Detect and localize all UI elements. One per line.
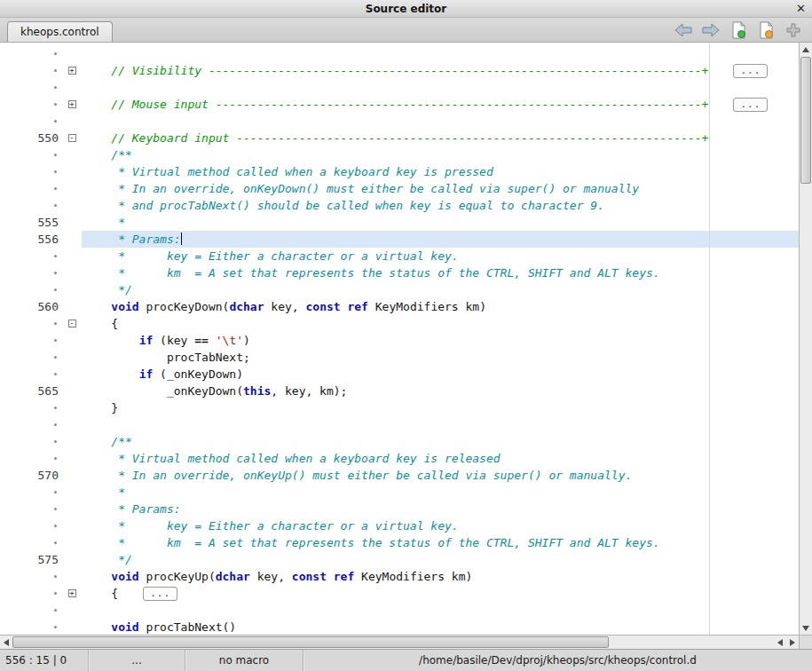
line-dot-marker <box>0 534 62 551</box>
code-line[interactable] <box>0 416 799 433</box>
code-line[interactable]: /** <box>0 433 799 450</box>
code-line[interactable]: 556 * Params: <box>0 231 799 248</box>
fold-gutter <box>62 501 82 517</box>
code-token: void <box>111 620 138 634</box>
navigate-forward-icon[interactable] <box>701 20 721 40</box>
scroll-up-arrow-icon[interactable] <box>800 43 812 56</box>
code-line[interactable]: /** <box>0 146 799 163</box>
scroll-right-stepper-icon[interactable] <box>786 635 799 649</box>
code-line[interactable]: * km = A set that represents the status … <box>0 534 799 551</box>
code-text: * <box>82 484 799 501</box>
fold-gutter <box>62 332 82 349</box>
fold-open-icon[interactable]: - <box>68 134 76 142</box>
code-text: * In an override, onKeyUp() must either … <box>82 467 799 484</box>
scroll-left-arrow-icon[interactable] <box>0 635 12 649</box>
folded-code-ellipsis[interactable]: ... <box>143 587 177 601</box>
code-line[interactable]: void procTabNext() <box>0 619 799 635</box>
code-line[interactable]: * km = A set that represents the status … <box>0 264 799 281</box>
code-line[interactable]: + // Visibility ------------------------… <box>0 62 799 79</box>
horizontal-scrollbar-thumb[interactable] <box>12 636 609 648</box>
code-token <box>83 620 111 634</box>
code-line[interactable]: + // Mouse input -----------------------… <box>0 96 799 113</box>
fold-toggle-icon[interactable]: + <box>62 62 82 79</box>
code-line[interactable]: */ <box>0 281 799 298</box>
fold-gutter <box>62 450 82 467</box>
scroll-down-arrow-icon[interactable] <box>800 621 812 635</box>
code-line[interactable] <box>0 45 799 62</box>
fold-toggle-icon[interactable]: + <box>62 96 82 113</box>
code-line[interactable]: } <box>0 399 799 416</box>
line-dot-marker <box>0 366 62 383</box>
code-line[interactable]: * Virtual method called when a keyboard … <box>0 163 799 180</box>
fold-gutter <box>62 349 82 366</box>
fold-toggle-icon[interactable]: + <box>62 585 82 602</box>
code-line[interactable]: * Virtual method called when a keyboard … <box>0 450 799 467</box>
fold-gutter <box>62 399 82 416</box>
code-line[interactable]: void procKeyUp(dchar key, const ref KeyM… <box>0 568 799 585</box>
fold-toggle-icon[interactable]: - <box>62 315 82 332</box>
fold-gutter <box>62 551 82 568</box>
line-dot <box>54 187 57 190</box>
code-line[interactable]: * Params: <box>0 501 799 517</box>
fold-gutter <box>62 517 82 534</box>
code-line[interactable] <box>0 113 799 130</box>
macro-status: no macro <box>185 650 304 671</box>
horizontal-scrollbar-track[interactable] <box>12 635 774 649</box>
code-line[interactable]: 565 _onKeyDown(this, key, km); <box>0 383 799 399</box>
code-token <box>83 334 139 347</box>
code-token: KeyModifiers km) <box>354 570 472 583</box>
document-save-icon[interactable] <box>756 20 776 40</box>
code-token: } <box>83 401 118 414</box>
code-line[interactable] <box>0 602 799 619</box>
fold-gutter <box>62 146 82 163</box>
line-dot <box>54 575 57 578</box>
line-dot-marker <box>0 197 62 214</box>
code-line[interactable]: 570 * In an override, onKeyUp() must eit… <box>0 467 799 484</box>
horizontal-scrollbar[interactable] <box>0 635 812 649</box>
code-text: void procKeyDown(dchar key, const ref Ke… <box>82 298 799 315</box>
code-text <box>82 79 799 96</box>
tab-kheops-control[interactable]: kheops.control <box>7 21 113 42</box>
code-text: procTabNext; <box>82 349 799 366</box>
code-line[interactable]: if (key == '\t') <box>0 332 799 349</box>
code-token: '\t' <box>216 334 243 347</box>
window-title: Source editor <box>366 3 447 15</box>
code-line[interactable]: * key = Either a character or a virtual … <box>0 248 799 264</box>
vertical-scrollbar-thumb[interactable] <box>800 57 811 184</box>
code-token: procTabNext; <box>83 351 250 364</box>
fold-closed-icon[interactable]: + <box>68 589 76 597</box>
fold-gutter <box>62 180 82 197</box>
code-line[interactable]: * In an override, onKeyDown() must eithe… <box>0 180 799 197</box>
code-line[interactable]: if (_onKeyDown) <box>0 366 799 383</box>
code-line[interactable] <box>0 79 799 96</box>
code-line[interactable]: * <box>0 484 799 501</box>
code-line[interactable]: - { <box>0 315 799 332</box>
code-line[interactable]: 555 * <box>0 214 799 231</box>
fold-toggle-icon[interactable]: - <box>62 130 82 146</box>
code-line[interactable]: * and procTabNext() should be called whe… <box>0 197 799 214</box>
line-number: 550 <box>0 130 62 146</box>
fold-closed-icon[interactable]: + <box>68 100 76 108</box>
code-line[interactable]: 550- // Keyboard input -----------------… <box>0 130 799 146</box>
line-dot <box>54 103 57 106</box>
document-add-icon[interactable] <box>729 20 748 40</box>
folded-code-ellipsis[interactable]: ... <box>733 98 768 112</box>
code-token: */ <box>83 553 132 566</box>
window-detach-icon[interactable] <box>784 20 803 40</box>
code-line[interactable]: + {... <box>0 585 799 602</box>
fold-closed-icon[interactable]: + <box>68 67 76 75</box>
code-line[interactable]: procTabNext; <box>0 349 799 366</box>
code-editor[interactable]: + // Visibility ------------------------… <box>0 43 799 635</box>
scroll-left-stepper-icon[interactable] <box>774 635 786 649</box>
fold-gutter <box>62 467 82 484</box>
folded-code-ellipsis[interactable]: ... <box>733 64 768 78</box>
close-icon[interactable]: ✕ <box>796 1 806 17</box>
line-dot-marker <box>0 517 62 534</box>
code-line[interactable]: 560 void procKeyDown(dchar key, const re… <box>0 298 799 315</box>
fold-gutter <box>62 197 82 214</box>
code-line[interactable]: 575 */ <box>0 551 799 568</box>
vertical-scrollbar[interactable] <box>799 43 812 635</box>
navigate-back-icon[interactable] <box>674 20 693 40</box>
fold-open-icon[interactable]: - <box>68 320 76 328</box>
code-line[interactable]: * key = Either a character or a virtual … <box>0 517 799 534</box>
